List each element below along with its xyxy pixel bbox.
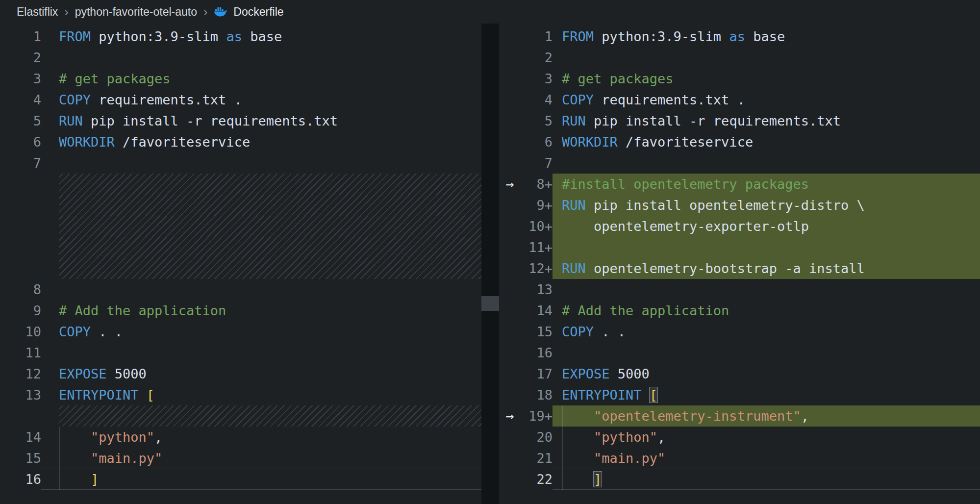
code-line[interactable]: 3# get packages [499,68,980,89]
diff-change-arrow-icon[interactable]: → [499,174,521,195]
code-line[interactable]: 18ENTRYPOINT [ [499,384,980,405]
line-number[interactable] [0,237,41,258]
line-number[interactable]: 2 [0,47,41,68]
code-line[interactable]: 14# Add the application [499,300,980,321]
code-line[interactable]: 8 [0,279,481,300]
diff-change-arrow-icon[interactable]: → [499,405,521,427]
code-line[interactable]: 2 [499,47,980,68]
line-number[interactable]: 11+ [521,237,553,258]
line-number[interactable]: 8 [0,279,41,300]
line-number[interactable]: 9+ [521,195,553,216]
line-number[interactable]: 17 [521,363,553,384]
line-number[interactable]: 20 [521,427,553,448]
line-number[interactable]: 6 [0,131,41,152]
line-number[interactable]: 11 [0,342,41,363]
line-number[interactable]: 5 [521,110,553,131]
line-number[interactable]: 5 [0,110,41,131]
code-line[interactable]: 12+RUN opentelemetry-bootstrap -a instal… [499,258,980,279]
code-line[interactable]: →8+#install opentelemetry packages [499,174,980,195]
line-number[interactable]: 21 [521,448,553,469]
line-number[interactable]: 15 [521,321,553,342]
original-editor[interactable]: 1FROM python:3.9-slim as base23# get pac… [0,24,481,504]
line-number[interactable] [0,174,41,195]
code-line[interactable] [0,174,481,195]
line-number[interactable]: 3 [521,68,553,89]
code-line[interactable]: 13 [499,279,980,300]
code-line[interactable]: 15COPY . . [499,321,980,342]
line-number[interactable]: 2 [521,47,553,68]
code-line[interactable]: 3# get packages [0,68,481,89]
line-number[interactable] [0,216,41,237]
line-number[interactable]: 19+ [521,405,553,427]
line-number[interactable]: 12 [0,363,41,384]
line-number[interactable]: 14 [521,300,553,321]
diff-placeholder [41,405,481,427]
code-line[interactable]: 5RUN pip install -r requirements.txt [0,110,481,131]
breadcrumb-item-project[interactable]: Elastiflix [17,5,58,19]
code-line[interactable]: 10+ opentelemetry-exporter-otlp [499,216,980,237]
code-line[interactable] [0,258,481,279]
editor-scrollbar[interactable] [481,24,499,504]
line-number[interactable]: 7 [0,152,41,174]
line-number[interactable]: 12+ [521,258,553,279]
code-line[interactable]: 15 "main.py" [0,448,481,469]
code-line[interactable]: 14 "python", [0,427,481,448]
line-number[interactable]: 4 [521,89,553,110]
code-line[interactable]: →19+ "opentelemetry-instrument", [499,405,980,427]
code-line[interactable] [0,195,481,216]
code-line[interactable]: 1FROM python:3.9-slim as base [499,26,980,47]
code-line[interactable]: 16 ] [0,469,481,490]
code-line[interactable]: 21 "main.py" [499,448,980,469]
line-number[interactable]: 18 [521,384,553,405]
line-number[interactable]: 3 [0,68,41,89]
line-number[interactable]: 4 [0,89,41,110]
code-text: COPY requirements.txt . [41,89,481,110]
code-line[interactable]: 17EXPOSE 5000 [499,363,980,384]
code-line[interactable]: 4COPY requirements.txt . [499,89,980,110]
line-number[interactable]: 13 [0,384,41,405]
code-line[interactable]: 10COPY . . [0,321,481,342]
code-line[interactable]: 11 [0,342,481,363]
scrollbar-thumb[interactable] [481,296,499,311]
line-number[interactable]: 22 [521,469,553,490]
code-line[interactable]: 5RUN pip install -r requirements.txt [499,110,980,131]
code-line[interactable] [0,405,481,427]
modified-editor[interactable]: 1FROM python:3.9-slim as base23# get pac… [499,24,980,504]
line-number[interactable]: 8+ [521,174,553,195]
code-line[interactable]: 6WORKDIR /favoriteservice [499,131,980,152]
code-line[interactable]: 9# Add the application [0,300,481,321]
code-line[interactable]: 22 ] [499,469,980,490]
line-number[interactable]: 1 [0,26,41,47]
line-number[interactable]: 9 [0,300,41,321]
line-number[interactable] [0,258,41,279]
code-line[interactable]: 7 [0,152,481,174]
breadcrumb-item-file[interactable]: Dockerfile [214,5,283,19]
code-line[interactable]: 11+ [499,237,980,258]
line-number[interactable]: 1 [521,26,553,47]
line-number[interactable]: 6 [521,131,553,152]
code-line[interactable]: 12EXPOSE 5000 [0,363,481,384]
line-number[interactable]: 15 [0,448,41,469]
line-number[interactable]: 10 [0,321,41,342]
code-line[interactable]: 16 [499,342,980,363]
line-number[interactable]: 14 [0,427,41,448]
code-line[interactable]: 7 [499,152,980,174]
line-number[interactable] [0,405,41,427]
line-number[interactable]: 7 [521,152,553,174]
line-number[interactable]: 16 [521,342,553,363]
line-number[interactable]: 10+ [521,216,553,237]
code-line[interactable]: 13ENTRYPOINT [ [0,384,481,405]
line-number[interactable] [0,195,41,216]
code-line[interactable]: 4COPY requirements.txt . [0,89,481,110]
code-line[interactable]: 1FROM python:3.9-slim as base [0,26,481,47]
code-text [553,342,980,363]
line-number[interactable]: 16 [0,469,41,490]
code-line[interactable]: 20 "python", [499,427,980,448]
code-line[interactable]: 2 [0,47,481,68]
code-line[interactable] [0,237,481,258]
code-line[interactable]: 9+RUN pip install opentelemetry-distro \ [499,195,980,216]
code-line[interactable] [0,216,481,237]
line-number[interactable]: 13 [521,279,553,300]
code-line[interactable]: 6WORKDIR /favoriteservice [0,131,481,152]
breadcrumb-item-folder[interactable]: python-favorite-otel-auto [75,5,197,19]
